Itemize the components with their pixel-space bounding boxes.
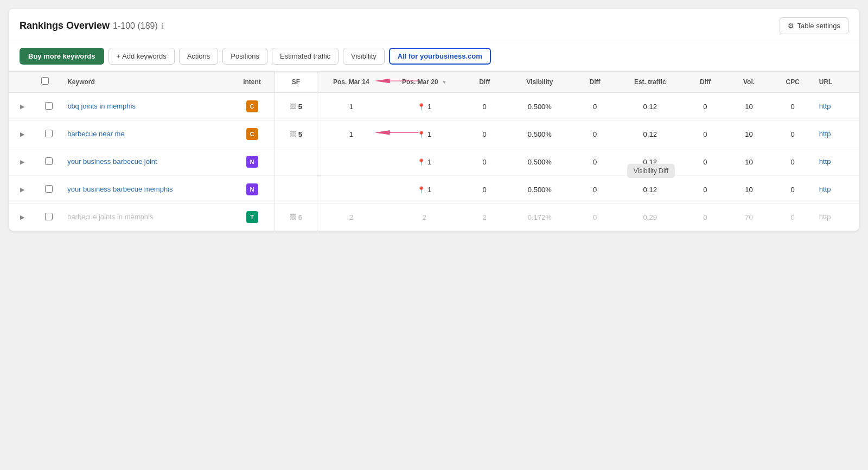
url-link[interactable]: http [819, 213, 831, 221]
url-link[interactable]: http [819, 185, 831, 193]
cpc-cell: 0 [772, 204, 814, 231]
expand-cell: ▶ [9, 92, 36, 120]
pos-mar20-cell: 📍 1 [385, 176, 463, 204]
visibility-value: 0.500% [528, 186, 552, 194]
sf-value: 6 [298, 213, 302, 221]
keyword-link[interactable]: barbecue joints in memphis [67, 213, 153, 221]
expand-button[interactable]: ▶ [18, 102, 27, 111]
col-est-diff-header: Diff [684, 72, 726, 92]
cpc-cell: 0 [772, 92, 814, 120]
vol-cell: 10 [726, 92, 771, 120]
pos-mar20-value: 1 [427, 158, 431, 166]
expand-button[interactable]: ▶ [18, 213, 27, 222]
pos-mar14-cell [317, 176, 385, 204]
url-cell: http [814, 120, 859, 148]
est-traffic-value: 0.12 [643, 103, 657, 111]
vol-value: 10 [745, 103, 752, 111]
vis-diff-value: 0 [593, 186, 597, 194]
est-diff-cell: 0 [684, 120, 726, 148]
vis-diff-cell: 0 [574, 92, 616, 120]
visibility-cell: 0.500% [506, 92, 574, 120]
intent-badge: N [246, 183, 258, 195]
vol-cell: 70 [726, 204, 771, 231]
vol-cell: 10 [726, 120, 771, 148]
col-vis-diff-header: Diff [574, 72, 616, 92]
vis-diff-cell: 0 [574, 176, 616, 204]
col-url-header: URL [814, 72, 859, 92]
add-keywords-button[interactable]: + Add keywords [108, 48, 175, 65]
page-header: Rankings Overview 1-100 (189) ℹ ⚙ Table … [9, 9, 859, 41]
keyword-cell: barbecue joints in memphis [62, 204, 229, 231]
visibility-value: 0.500% [528, 158, 552, 166]
visibility-diff-badge: Visibility Diff [627, 164, 675, 178]
row-checkbox[interactable] [45, 102, 53, 110]
intent-cell: C [229, 120, 275, 148]
expand-button[interactable]: ▶ [18, 185, 27, 194]
diff-cell: 2 [464, 204, 506, 231]
sf-cell: 🖼 5 [275, 120, 317, 148]
est-diff-cell: 0 [684, 148, 726, 176]
serp-icon[interactable]: 🖼 [290, 103, 296, 110]
checkbox-cell [36, 204, 62, 231]
checkbox-cell [36, 176, 62, 204]
diff-value: 0 [483, 158, 487, 166]
diff-cell: 0 [464, 148, 506, 176]
keyword-link[interactable]: your business barbecue memphis [67, 185, 173, 193]
row-checkbox[interactable] [45, 213, 53, 220]
sf-cell [275, 176, 317, 204]
table-settings-button[interactable]: ⚙ Table settings [780, 17, 849, 34]
vol-value: 10 [745, 130, 752, 138]
info-icon[interactable]: ℹ [161, 22, 164, 30]
est-traffic-cell: 0.29 [616, 204, 684, 231]
tab-estimated-traffic[interactable]: Estimated traffic [272, 48, 339, 65]
select-all-checkbox[interactable] [41, 77, 49, 85]
url-link[interactable]: http [819, 157, 831, 166]
cpc-value: 0 [791, 103, 795, 111]
expand-cell: ▶ [9, 204, 36, 231]
visibility-value: 0.500% [528, 130, 552, 138]
url-link[interactable]: http [819, 102, 831, 110]
tab-positions[interactable]: Positions [222, 48, 267, 65]
col-keyword-header: Keyword [62, 72, 229, 92]
cpc-cell: 0 [772, 176, 814, 204]
local-pack-icon: 📍 [417, 103, 425, 111]
tab-all-for[interactable]: All for yourbusiness.com [389, 48, 491, 65]
serp-icon[interactable]: 🖼 [290, 130, 296, 138]
sort-icon[interactable]: ▼ [442, 79, 447, 85]
vol-cell: 10 [726, 148, 771, 176]
pos-mar20-cell: 📍 1 [385, 148, 463, 176]
expand-button[interactable]: ▶ [18, 130, 27, 139]
sf-value: 5 [298, 130, 302, 138]
url-cell: http [814, 204, 859, 231]
keyword-link[interactable]: barbecue near me [67, 130, 125, 138]
tab-visibility[interactable]: Visibility [343, 48, 385, 65]
url-cell: http [814, 176, 859, 204]
est-traffic-cell: 0.12 [616, 92, 684, 120]
row-checkbox[interactable] [45, 185, 53, 193]
col-checkbox [36, 72, 62, 92]
pos-mar14-cell: 2 [317, 204, 385, 231]
rankings-table: Keyword Intent SF Pos. Mar 14 Pos. Mar 2… [9, 72, 859, 231]
table-row: ▶ barbecue joints in memphis T 🖼 6 2 2 2 [9, 204, 859, 231]
actions-button[interactable]: Actions [179, 48, 219, 65]
diff-cell: 0 [464, 176, 506, 204]
col-expand [9, 72, 36, 92]
pos-mar20-value: 1 [427, 130, 431, 138]
serp-icon[interactable]: 🖼 [290, 213, 296, 221]
visibility-value: 0.172% [528, 213, 552, 221]
visibility-cell: 0.172% [506, 204, 574, 231]
row-checkbox[interactable] [45, 130, 53, 137]
row-checkbox[interactable] [45, 157, 53, 165]
url-link[interactable]: http [819, 130, 831, 138]
col-intent-header: Intent [229, 72, 275, 92]
est-diff-value: 0 [703, 186, 707, 194]
cpc-cell: 0 [772, 120, 814, 148]
expand-button[interactable]: ▶ [18, 157, 27, 167]
local-pack-icon: 📍 [417, 131, 425, 138]
keyword-cell: barbecue near me [62, 120, 229, 148]
intent-cell: C [229, 92, 275, 120]
buy-keywords-button[interactable]: Buy more keywords [20, 48, 104, 65]
keyword-link[interactable]: your business barbecue joint [67, 157, 157, 166]
table-row: ▶ your business barbecue memphis N 📍 1 0… [9, 176, 859, 204]
keyword-link[interactable]: bbq joints in memphis [67, 102, 136, 110]
